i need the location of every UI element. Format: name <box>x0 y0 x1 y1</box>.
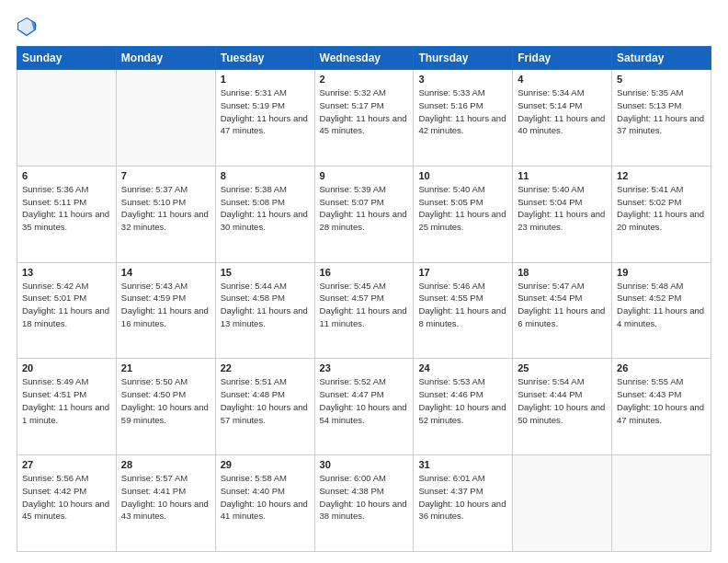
cell-info: Sunrise: 5:49 AM Sunset: 4:51 PM Dayligh… <box>22 375 111 426</box>
cell-info: Sunrise: 5:31 AM Sunset: 5:19 PM Dayligh… <box>221 86 310 137</box>
day-number: 11 <box>518 170 607 181</box>
calendar-cell: 12Sunrise: 5:41 AM Sunset: 5:02 PM Dayli… <box>612 166 711 262</box>
calendar-cell: 2Sunrise: 5:32 AM Sunset: 5:17 PM Daylig… <box>314 70 414 167</box>
day-header-sunday: Sunday <box>17 47 117 70</box>
day-header-thursday: Thursday <box>414 47 513 70</box>
day-number: 15 <box>221 267 310 278</box>
cell-info: Sunrise: 5:53 AM Sunset: 4:46 PM Dayligh… <box>418 375 507 426</box>
cell-info: Sunrise: 5:54 AM Sunset: 4:44 PM Dayligh… <box>518 375 607 426</box>
day-header-friday: Friday <box>513 47 612 70</box>
day-header-wednesday: Wednesday <box>314 47 414 70</box>
calendar-table: SundayMondayTuesdayWednesdayThursdayFrid… <box>17 46 711 552</box>
cell-info: Sunrise: 5:34 AM Sunset: 5:14 PM Dayligh… <box>518 86 607 137</box>
calendar-cell: 18Sunrise: 5:47 AM Sunset: 4:54 PM Dayli… <box>513 262 612 359</box>
day-number: 29 <box>221 459 310 470</box>
cell-info: Sunrise: 5:58 AM Sunset: 4:40 PM Dayligh… <box>221 472 310 523</box>
cell-info: Sunrise: 5:46 AM Sunset: 4:55 PM Dayligh… <box>418 280 507 330</box>
page: SundayMondayTuesdayWednesdayThursdayFrid… <box>0 0 728 563</box>
cell-info: Sunrise: 5:41 AM Sunset: 5:02 PM Dayligh… <box>617 183 706 234</box>
cell-info: Sunrise: 5:45 AM Sunset: 4:57 PM Dayligh… <box>320 280 409 330</box>
cell-info: Sunrise: 5:38 AM Sunset: 5:08 PM Dayligh… <box>221 183 310 234</box>
calendar-cell: 22Sunrise: 5:51 AM Sunset: 4:48 PM Dayli… <box>215 359 314 455</box>
cell-info: Sunrise: 5:40 AM Sunset: 5:05 PM Dayligh… <box>418 183 507 234</box>
calendar-cell: 16Sunrise: 5:45 AM Sunset: 4:57 PM Dayli… <box>314 262 414 359</box>
calendar-cell: 28Sunrise: 5:57 AM Sunset: 4:41 PM Dayli… <box>116 455 215 552</box>
calendar-cell: 25Sunrise: 5:54 AM Sunset: 4:44 PM Dayli… <box>513 359 612 455</box>
calendar-cell: 13Sunrise: 5:42 AM Sunset: 5:01 PM Dayli… <box>17 262 117 359</box>
calendar-cell: 31Sunrise: 6:01 AM Sunset: 4:37 PM Dayli… <box>414 455 513 552</box>
calendar-cell: 4Sunrise: 5:34 AM Sunset: 5:14 PM Daylig… <box>513 70 612 167</box>
cell-info: Sunrise: 5:50 AM Sunset: 4:50 PM Dayligh… <box>121 375 210 426</box>
day-number: 14 <box>121 267 210 278</box>
day-number: 27 <box>22 459 111 470</box>
calendar-cell: 20Sunrise: 5:49 AM Sunset: 4:51 PM Dayli… <box>17 359 117 455</box>
day-number: 10 <box>418 170 507 181</box>
cell-info: Sunrise: 5:33 AM Sunset: 5:16 PM Dayligh… <box>418 86 507 137</box>
day-number: 5 <box>617 74 706 85</box>
day-number: 18 <box>518 267 607 278</box>
day-number: 24 <box>418 362 507 373</box>
cell-info: Sunrise: 6:01 AM Sunset: 4:37 PM Dayligh… <box>418 472 507 523</box>
cell-info: Sunrise: 5:42 AM Sunset: 5:01 PM Dayligh… <box>22 280 111 330</box>
day-number: 3 <box>418 74 507 85</box>
day-number: 23 <box>320 362 409 373</box>
cell-info: Sunrise: 5:47 AM Sunset: 4:54 PM Dayligh… <box>518 280 607 330</box>
cell-info: Sunrise: 5:39 AM Sunset: 5:07 PM Dayligh… <box>320 183 409 234</box>
calendar-cell: 30Sunrise: 6:00 AM Sunset: 4:38 PM Dayli… <box>314 455 414 552</box>
cell-info: Sunrise: 5:52 AM Sunset: 4:47 PM Dayligh… <box>320 375 409 426</box>
calendar-header-row: SundayMondayTuesdayWednesdayThursdayFrid… <box>17 47 711 70</box>
calendar-cell <box>116 70 215 167</box>
calendar-cell: 11Sunrise: 5:40 AM Sunset: 5:04 PM Dayli… <box>513 166 612 262</box>
calendar-cell: 6Sunrise: 5:36 AM Sunset: 5:11 PM Daylig… <box>17 166 117 262</box>
cell-info: Sunrise: 5:40 AM Sunset: 5:04 PM Dayligh… <box>518 183 607 234</box>
day-number: 6 <box>22 170 111 181</box>
day-number: 1 <box>221 74 310 85</box>
cell-info: Sunrise: 5:44 AM Sunset: 4:58 PM Dayligh… <box>221 280 310 330</box>
day-number: 16 <box>320 267 409 278</box>
day-number: 28 <box>121 459 210 470</box>
week-row-4: 20Sunrise: 5:49 AM Sunset: 4:51 PM Dayli… <box>17 359 711 455</box>
cell-info: Sunrise: 5:48 AM Sunset: 4:52 PM Dayligh… <box>617 280 706 330</box>
day-number: 2 <box>320 74 409 85</box>
day-number: 17 <box>418 267 507 278</box>
cell-info: Sunrise: 5:57 AM Sunset: 4:41 PM Dayligh… <box>121 472 210 523</box>
day-number: 8 <box>221 170 310 181</box>
cell-info: Sunrise: 5:56 AM Sunset: 4:42 PM Dayligh… <box>22 472 111 523</box>
calendar-cell <box>17 70 117 167</box>
cell-info: Sunrise: 5:32 AM Sunset: 5:17 PM Dayligh… <box>320 86 409 137</box>
calendar-cell: 29Sunrise: 5:58 AM Sunset: 4:40 PM Dayli… <box>215 455 314 552</box>
cell-info: Sunrise: 5:37 AM Sunset: 5:10 PM Dayligh… <box>121 183 210 234</box>
day-number: 20 <box>22 362 111 373</box>
week-row-1: 1Sunrise: 5:31 AM Sunset: 5:19 PM Daylig… <box>17 70 711 167</box>
day-number: 21 <box>121 362 210 373</box>
day-number: 19 <box>617 267 706 278</box>
day-number: 30 <box>320 459 409 470</box>
cell-info: Sunrise: 5:35 AM Sunset: 5:13 PM Dayligh… <box>617 86 706 137</box>
day-number: 22 <box>221 362 310 373</box>
calendar-cell: 10Sunrise: 5:40 AM Sunset: 5:05 PM Dayli… <box>414 166 513 262</box>
calendar-cell: 26Sunrise: 5:55 AM Sunset: 4:43 PM Dayli… <box>612 359 711 455</box>
cell-info: Sunrise: 5:55 AM Sunset: 4:43 PM Dayligh… <box>617 375 706 426</box>
cell-info: Sunrise: 5:43 AM Sunset: 4:59 PM Dayligh… <box>121 280 210 330</box>
cell-info: Sunrise: 5:51 AM Sunset: 4:48 PM Dayligh… <box>221 375 310 426</box>
cell-info: Sunrise: 6:00 AM Sunset: 4:38 PM Dayligh… <box>320 472 409 523</box>
calendar-cell: 23Sunrise: 5:52 AM Sunset: 4:47 PM Dayli… <box>314 359 414 455</box>
day-number: 26 <box>617 362 706 373</box>
day-number: 9 <box>320 170 409 181</box>
week-row-3: 13Sunrise: 5:42 AM Sunset: 5:01 PM Dayli… <box>17 262 711 359</box>
calendar-cell: 7Sunrise: 5:37 AM Sunset: 5:10 PM Daylig… <box>116 166 215 262</box>
day-number: 12 <box>617 170 706 181</box>
calendar-cell: 1Sunrise: 5:31 AM Sunset: 5:19 PM Daylig… <box>215 70 314 167</box>
day-header-tuesday: Tuesday <box>215 47 314 70</box>
calendar-cell: 5Sunrise: 5:35 AM Sunset: 5:13 PM Daylig… <box>612 70 711 167</box>
calendar-cell: 14Sunrise: 5:43 AM Sunset: 4:59 PM Dayli… <box>116 262 215 359</box>
day-number: 31 <box>418 459 507 470</box>
logo <box>17 17 40 37</box>
calendar-cell: 21Sunrise: 5:50 AM Sunset: 4:50 PM Dayli… <box>116 359 215 455</box>
calendar-cell: 15Sunrise: 5:44 AM Sunset: 4:58 PM Dayli… <box>215 262 314 359</box>
day-header-monday: Monday <box>116 47 215 70</box>
calendar-cell: 9Sunrise: 5:39 AM Sunset: 5:07 PM Daylig… <box>314 166 414 262</box>
calendar-cell: 24Sunrise: 5:53 AM Sunset: 4:46 PM Dayli… <box>414 359 513 455</box>
calendar-cell: 17Sunrise: 5:46 AM Sunset: 4:55 PM Dayli… <box>414 262 513 359</box>
day-header-saturday: Saturday <box>612 47 711 70</box>
